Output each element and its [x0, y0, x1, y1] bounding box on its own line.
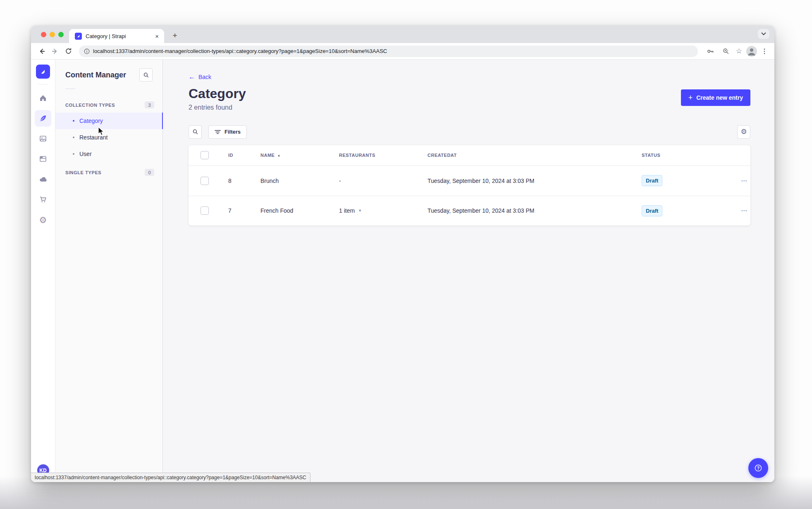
plus-icon: + [688, 94, 693, 101]
cell-restaurants-expandable[interactable]: 1 item ▼ [339, 207, 427, 214]
browser-profile-avatar[interactable] [746, 46, 757, 57]
browser-menu-icon[interactable]: ⋮ [761, 47, 768, 55]
content-type-builder-icon[interactable] [35, 151, 51, 167]
strapi-favicon [75, 33, 82, 40]
close-window-button[interactable] [41, 32, 46, 37]
bookmark-star-icon[interactable]: ☆ [736, 47, 742, 55]
sidebar-item-label: User [79, 151, 92, 157]
cell-name: French Food [260, 207, 339, 214]
sidebar-item-restaurant[interactable]: Restaurant [55, 129, 162, 146]
zoom-window-button[interactable] [58, 32, 64, 37]
view-settings-gear-icon[interactable]: ⚙ [737, 125, 750, 139]
browser-tab-strip: Category | Strapi × + [31, 26, 774, 43]
page-title: Category [189, 86, 246, 101]
minimize-window-button[interactable] [50, 32, 55, 37]
filters-label: Filters [224, 129, 241, 135]
status-badge: Draft [642, 205, 662, 216]
content-manager-subnav: Content Manager COLLECTION TYPES 3 Categ… [55, 60, 163, 482]
entries-table: ID NAME ▲ RESTAURANTS CREATEDAT STATUS 8… [189, 145, 750, 226]
main-nav-rail: ⚙ KD [31, 60, 55, 482]
cloud-icon[interactable] [35, 171, 51, 187]
sidebar-item-category[interactable]: Category [55, 113, 162, 129]
chevron-down-icon: ▼ [358, 209, 362, 213]
media-library-icon[interactable] [35, 130, 51, 147]
browser-window: Category | Strapi × + localhost:1337/adm… [31, 26, 774, 482]
filters-button[interactable]: Filters [208, 125, 247, 139]
zoom-search-icon[interactable] [720, 46, 732, 57]
cell-id: 8 [228, 178, 260, 184]
row-checkbox[interactable] [201, 206, 209, 215]
bullet-icon [73, 137, 74, 138]
close-tab-icon[interactable]: × [154, 33, 160, 40]
column-header-restaurants[interactable]: RESTAURANTS [339, 153, 427, 158]
back-icon[interactable] [36, 46, 48, 57]
sidebar-item-label: Category [79, 118, 103, 124]
site-info-icon[interactable] [84, 48, 90, 54]
column-header-name[interactable]: NAME ▲ [260, 153, 339, 158]
sidebar-item-user[interactable]: User [55, 146, 162, 162]
tab-search-chevron-icon[interactable] [758, 29, 769, 39]
table-header-row: ID NAME ▲ RESTAURANTS CREATEDAT STATUS [189, 145, 750, 166]
sort-asc-icon: ▲ [277, 154, 280, 157]
collection-types-count-badge: 3 [145, 101, 154, 108]
browser-tab-active[interactable]: Category | Strapi × [69, 29, 164, 43]
select-all-checkbox[interactable] [201, 151, 209, 159]
mouse-cursor [98, 127, 105, 137]
back-link[interactable]: ← Back [189, 74, 750, 80]
collection-types-section-header: COLLECTION TYPES 3 [55, 97, 162, 113]
window-controls [41, 32, 64, 37]
tab-title: Category | Strapi [86, 33, 150, 39]
settings-gear-icon[interactable]: ⚙ [35, 211, 51, 228]
table-row[interactable]: 8 Brunch - Tuesday, September 10, 2024 a… [189, 166, 750, 196]
home-icon[interactable] [35, 90, 51, 106]
status-bar-url: localhost:1337/admin/content-manager/col… [31, 473, 310, 482]
single-types-label: SINGLE TYPES [65, 170, 101, 175]
back-arrow-icon: ← [189, 74, 195, 80]
filter-lines-icon [215, 130, 221, 134]
main-content: ← Back Category 2 entries found + Create… [163, 60, 774, 482]
bullet-icon [73, 153, 74, 155]
row-checkbox[interactable] [201, 177, 209, 185]
back-label: Back [198, 74, 211, 80]
entries-count: 2 entries found [189, 104, 246, 111]
strapi-logo[interactable] [36, 65, 50, 79]
table-row[interactable]: 7 French Food 1 item ▼ Tuesday, Septembe… [189, 196, 750, 226]
bullet-icon [73, 120, 74, 122]
cell-name: Brunch [260, 178, 339, 184]
cell-createdat: Tuesday, September 10, 2024 at 3:03 PM [427, 178, 642, 184]
collection-types-label: COLLECTION TYPES [65, 103, 115, 108]
svg-text:?: ? [757, 466, 759, 471]
marketplace-cart-icon[interactable] [35, 191, 51, 208]
content-manager-feather-icon[interactable] [35, 110, 51, 127]
browser-toolbar: localhost:1337/admin/content-manager/col… [31, 43, 774, 60]
password-manager-icon[interactable] [705, 46, 716, 57]
cell-id: 7 [228, 207, 260, 214]
column-header-id[interactable]: ID [228, 153, 260, 158]
search-entries-button[interactable] [189, 125, 202, 139]
cell-restaurants: - [339, 178, 427, 184]
subnav-title: Content Manager [65, 71, 126, 79]
url-text: localhost:1337/admin/content-manager/col… [93, 48, 387, 54]
strapi-app: ⚙ KD Content Manager COLLECTION TYPES 3 … [31, 60, 774, 482]
new-tab-button[interactable]: + [170, 31, 180, 41]
subnav-search-button[interactable] [139, 68, 153, 82]
forward-icon[interactable] [49, 46, 61, 57]
column-header-status[interactable]: STATUS [642, 153, 741, 158]
cell-createdat: Tuesday, September 10, 2024 at 3:03 PM [427, 207, 642, 214]
help-button[interactable]: ? [748, 458, 768, 478]
single-types-count-badge: 0 [145, 169, 154, 176]
single-types-section-header: SINGLE TYPES 0 [55, 165, 162, 180]
create-new-entry-button[interactable]: + Create new entry [681, 89, 750, 106]
toolbar-right-icons: ☆ ⋮ [703, 46, 769, 57]
address-bar[interactable]: localhost:1337/admin/content-manager/col… [79, 46, 698, 57]
create-button-label: Create new entry [696, 94, 743, 101]
rail-divider [38, 84, 48, 84]
subnav-divider [65, 89, 75, 89]
row-actions-menu-icon[interactable]: ⋯ [741, 177, 749, 185]
column-header-createdat[interactable]: CREATEDAT [427, 153, 642, 158]
reload-icon[interactable] [62, 46, 74, 57]
status-badge: Draft [642, 175, 662, 186]
row-actions-menu-icon[interactable]: ⋯ [741, 207, 749, 214]
